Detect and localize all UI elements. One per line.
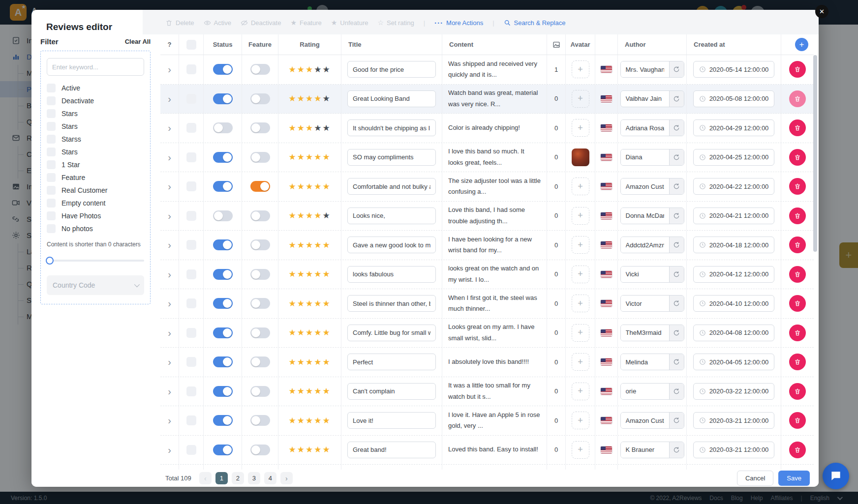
created-at-field[interactable]: 2020-04-05 12:00:00	[693, 354, 775, 370]
status-toggle[interactable]	[213, 269, 233, 280]
author-input[interactable]	[621, 237, 669, 253]
status-toggle[interactable]	[213, 122, 233, 133]
author-input[interactable]	[621, 178, 669, 194]
expand-chevron-icon[interactable]: ›	[168, 240, 171, 250]
feature-toggle[interactable]	[250, 181, 270, 192]
page-button-1[interactable]: 1	[215, 472, 228, 484]
delete-row-button[interactable]	[789, 178, 806, 195]
rating-stars[interactable]: ★★★★★	[288, 240, 331, 250]
title-input[interactable]	[347, 178, 436, 195]
author-input[interactable]	[621, 267, 669, 282]
author-input[interactable]	[621, 384, 669, 399]
delete-row-button[interactable]	[789, 90, 806, 107]
row-checkbox[interactable]	[186, 298, 196, 308]
feature-toggle[interactable]	[250, 64, 270, 75]
created-at-field[interactable]: 2020-04-21 12:00:00	[693, 208, 775, 224]
row-checkbox[interactable]	[186, 269, 196, 279]
search-replace-button[interactable]: Search & Replace	[504, 19, 566, 27]
filter-checkbox-real-customer[interactable]: Real Customer	[47, 184, 144, 197]
filter-checkbox-1-star[interactable]: 1 Star	[47, 158, 144, 171]
clear-all-button[interactable]: Clear All	[125, 38, 151, 45]
rating-stars[interactable]: ★★★★★	[288, 152, 331, 162]
expand-chevron-icon[interactable]: ›	[168, 386, 171, 396]
feature-toggle[interactable]	[250, 356, 270, 367]
row-checkbox[interactable]	[186, 64, 196, 74]
row-checkbox[interactable]	[186, 152, 196, 162]
author-input[interactable]	[621, 208, 669, 224]
avatar-add-button[interactable]: +	[572, 295, 589, 312]
content-length-slider[interactable]	[47, 257, 144, 265]
table-scrollbar[interactable]	[813, 55, 817, 467]
status-toggle[interactable]	[213, 152, 233, 163]
expand-chevron-icon[interactable]: ›	[168, 328, 171, 338]
avatar-add-button[interactable]: +	[572, 207, 589, 225]
feature-toggle[interactable]	[250, 239, 270, 250]
set-rating-action[interactable]: ☆ Set rating	[377, 19, 414, 27]
expand-chevron-icon[interactable]: ›	[168, 211, 171, 221]
row-checkbox[interactable]	[186, 386, 196, 396]
refresh-icon[interactable]	[669, 237, 684, 253]
avatar-add-button[interactable]: +	[572, 90, 589, 108]
refresh-icon[interactable]	[669, 296, 684, 311]
created-at-field[interactable]: 2020-05-08 12:00:00	[693, 90, 775, 107]
close-icon[interactable]: ✕	[815, 5, 828, 18]
status-toggle[interactable]	[213, 210, 233, 221]
filter-checkbox-empty-content[interactable]: Empty content	[47, 197, 144, 209]
delete-row-button[interactable]	[789, 119, 806, 136]
delete-row-button[interactable]	[789, 383, 806, 400]
refresh-icon[interactable]	[669, 354, 684, 370]
status-toggle[interactable]	[213, 239, 233, 250]
filter-checkbox-stars[interactable]: Stars	[47, 107, 144, 120]
country-code-select[interactable]: Country Code	[47, 275, 144, 295]
status-toggle[interactable]	[213, 93, 233, 104]
author-input[interactable]	[621, 442, 669, 458]
created-at-field[interactable]: 2020-03-21 12:00:00	[693, 442, 775, 458]
delete-row-button[interactable]	[789, 354, 806, 370]
title-input[interactable]	[347, 61, 436, 78]
created-at-field[interactable]: 2020-05-14 12:00:00	[693, 61, 775, 78]
delete-row-button[interactable]	[789, 325, 806, 341]
author-input[interactable]	[621, 120, 669, 136]
created-at-field[interactable]: 2020-04-29 12:00:00	[693, 119, 775, 136]
author-input[interactable]	[621, 325, 669, 341]
refresh-icon[interactable]	[669, 91, 684, 107]
feature-toggle[interactable]	[250, 386, 270, 397]
feature-toggle[interactable]	[250, 210, 270, 221]
avatar-add-button[interactable]: +	[572, 412, 589, 429]
avatar-photo[interactable]	[572, 148, 589, 166]
rating-stars[interactable]: ★★★★★	[288, 64, 331, 75]
expand-chevron-icon[interactable]: ›	[168, 269, 171, 279]
created-at-field[interactable]: 2020-04-25 12:00:00	[693, 149, 775, 166]
avatar-add-button[interactable]: +	[572, 236, 589, 254]
add-review-button[interactable]: +	[795, 38, 808, 51]
feature-toggle[interactable]	[250, 93, 270, 104]
created-at-field[interactable]: 2020-03-21 12:00:00	[693, 412, 775, 429]
status-toggle[interactable]	[213, 356, 233, 367]
expand-chevron-icon[interactable]: ›	[168, 298, 171, 308]
avatar-add-button[interactable]: +	[572, 119, 589, 137]
author-input[interactable]	[621, 413, 669, 428]
expand-chevron-icon[interactable]: ›	[168, 94, 171, 104]
chat-widget-button[interactable]	[823, 463, 849, 489]
feature-toggle[interactable]	[250, 152, 270, 163]
created-at-field[interactable]: 2020-04-18 12:00:00	[693, 237, 775, 253]
checkbox[interactable]	[47, 96, 56, 105]
row-checkbox[interactable]	[186, 357, 196, 367]
created-at-field[interactable]: 2020-03-22 12:00:00	[693, 383, 775, 400]
feature-toggle[interactable]	[250, 327, 270, 338]
filter-checkbox-deactivate[interactable]: Deactivate	[47, 94, 144, 107]
feature-toggle[interactable]	[250, 298, 270, 309]
filter-checkbox-active[interactable]: Active	[47, 82, 144, 94]
feature-action[interactable]: ★ Feature	[290, 19, 321, 27]
created-at-field[interactable]: 2020-04-12 12:00:00	[693, 266, 775, 283]
row-checkbox[interactable]	[186, 328, 196, 338]
checkbox[interactable]	[47, 173, 56, 182]
rating-stars[interactable]: ★★★★★	[288, 386, 331, 396]
status-toggle[interactable]	[213, 386, 233, 397]
title-input[interactable]	[347, 442, 436, 458]
rating-stars[interactable]: ★★★★★	[288, 327, 331, 338]
delete-action[interactable]: Delete	[165, 19, 194, 27]
deactivate-action[interactable]: Deactivate	[241, 19, 281, 27]
title-input[interactable]	[347, 383, 436, 400]
unfeature-action[interactable]: ★ Unfeature	[331, 19, 368, 27]
